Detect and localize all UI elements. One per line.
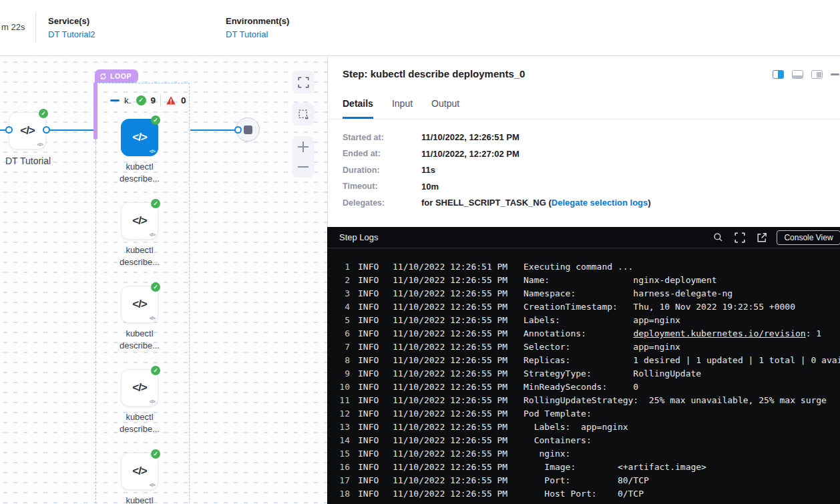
service-link[interactable]: DT Tutorial2: [48, 29, 95, 39]
step-node-kubectl-describe[interactable]: </></>✓: [121, 369, 158, 407]
detail-row-started-at: Started at: 11/10/2022, 12:26:51 PM: [343, 132, 651, 143]
collapse-icon[interactable]: [110, 99, 120, 101]
success-badge-icon: ✓: [151, 282, 160, 292]
log-level: INFO: [358, 501, 385, 504]
log-timestamp: 11/10/2022 12:26:55 PM: [393, 381, 510, 394]
log-line-number: 13: [333, 421, 350, 434]
log-message: Namespace: harness-delegate-ng: [523, 287, 732, 300]
log-line: 2INFO11/10/2022 12:26:55 PMName: nginx-d…: [333, 274, 840, 287]
detail-value: 11s: [421, 165, 435, 175]
panel-title: Step: kubectl describe deployments_0: [343, 68, 525, 79]
log-timestamp: 11/10/2022 12:26:55 PM: [393, 487, 510, 501]
tab-input[interactable]: Input: [392, 98, 413, 119]
log-line: 4INFO11/10/2022 12:26:55 PMCreationTimes…: [333, 300, 840, 314]
pipeline-canvas[interactable]: </> </> ✓ DT Tutorial LOOP k. ✓ 9 0 </><…: [0, 57, 327, 504]
log-line-number: 11: [333, 394, 350, 407]
success-badge-icon: ✓: [39, 109, 48, 118]
step-node-kubectl-describe[interactable]: </></>✓: [121, 202, 158, 240]
search-icon[interactable]: [713, 232, 723, 242]
log-level: INFO: [358, 407, 385, 421]
open-in-new-tab-icon[interactable]: [757, 232, 767, 243]
step-node-dt-tutorial[interactable]: </> </> ✓: [9, 112, 46, 150]
fullscreen-icon: [298, 77, 309, 88]
log-level: INFO: [358, 300, 385, 314]
step-logs-header: Step Logs Console View: [327, 227, 840, 248]
zoom-out-button[interactable]: [298, 162, 308, 172]
log-timestamp: 11/10/2022 12:26:55 PM: [393, 274, 510, 287]
log-level: INFO: [358, 434, 385, 447]
log-timestamp: 11/10/2022 12:26:55 PM: [393, 367, 510, 381]
log-message: Annotations: deployment.kubernetes.io/re…: [523, 327, 821, 340]
loop-badge-label: LOOP: [110, 72, 132, 80]
log-message: CreationTimestamp: Thu, 10 Nov 2022 19:2…: [523, 300, 795, 314]
log-message: Labels: app=nginx: [523, 314, 680, 327]
loop-group-header: k. ✓ 9 0: [110, 95, 186, 105]
panel-tabs: Details Input Output: [343, 98, 459, 119]
detail-label: Started at:: [343, 133, 421, 142]
delegate-selection-logs-link[interactable]: Delegate selection logs: [552, 198, 648, 208]
log-message: Port: 80/TCP: [523, 474, 649, 487]
detail-row-timeout: Timeout: 10m: [343, 182, 651, 192]
log-message: Containers:: [523, 434, 592, 447]
log-line-number: 8: [333, 354, 350, 367]
log-line: 9INFO11/10/2022 12:26:55 PMStrategyType:…: [333, 367, 840, 381]
step-node-kubectl-describe[interactable]: </></>✓: [121, 119, 158, 156]
log-line: 3INFO11/10/2022 12:26:55 PMNamespace: ha…: [333, 287, 840, 300]
log-message: nginx:: [523, 447, 570, 461]
log-level: INFO: [358, 394, 385, 407]
detail-row-ended-at: Ended at: 11/10/2022, 12:27:02 PM: [343, 149, 651, 160]
log-timestamp: 11/10/2022 12:26:55 PM: [393, 314, 510, 327]
log-message: RollingUpdateStrategy: 25% max unavailab…: [523, 394, 827, 407]
log-console[interactable]: 1INFO11/10/2022 12:26:51 PMExecuting com…: [327, 248, 840, 504]
layout-right-split-icon[interactable]: [773, 70, 784, 79]
step-logs-title: Step Logs: [339, 232, 713, 242]
code-mini-icon: </>: [149, 399, 155, 405]
execution-header: m 22s Service(s) DT Tutorial2 Environmen…: [0, 0, 840, 56]
log-line-number: 15: [333, 447, 350, 461]
log-message: Executing command ...: [523, 260, 633, 274]
log-message-text: : 1: [806, 328, 821, 338]
detail-row-delegates: Delegates: for SHELL_SCRIPT_TASK_NG (Del…: [343, 198, 651, 208]
step-node-kubectl-describe[interactable]: </></>✓: [121, 453, 158, 490]
tab-output[interactable]: Output: [431, 98, 459, 119]
details-list: Started at: 11/10/2022, 12:26:51 PM Ende…: [343, 132, 651, 208]
environment-block: Environment(s) DT Tutorial: [226, 16, 289, 39]
log-link[interactable]: deployment.kubernetes.io/revision: [633, 328, 805, 338]
log-message: Image: <+artifact.image>: [523, 461, 706, 474]
log-line-number: 16: [333, 461, 350, 474]
service-block: Service(s) DT Tutorial2: [48, 16, 95, 39]
log-timestamp: 11/10/2022 12:26:55 PM: [393, 421, 510, 434]
zoom-in-button[interactable]: [298, 142, 308, 152]
log-level: INFO: [358, 421, 385, 434]
code-mini-icon: </>: [149, 148, 155, 154]
log-line: 17INFO11/10/2022 12:26:55 PM Port: 80/TC…: [333, 474, 840, 487]
fullscreen-icon[interactable]: [734, 232, 745, 243]
success-count: 9: [151, 95, 156, 105]
step-node-kubectl-describe[interactable]: </></>✓: [121, 286, 158, 323]
log-line: 14INFO11/10/2022 12:26:55 PM Containers:: [333, 434, 840, 447]
layout-bottom-split-icon[interactable]: [792, 70, 803, 79]
detail-value: 10m: [421, 182, 439, 192]
log-line-number: 10: [333, 381, 350, 394]
layout-right-panel-icon[interactable]: [811, 70, 823, 79]
log-message: MinReadySeconds: 0: [523, 381, 638, 394]
minimize-icon[interactable]: [831, 73, 839, 75]
console-view-button[interactable]: Console View: [777, 230, 840, 245]
detail-label: Ended at:: [343, 149, 421, 158]
log-level: INFO: [358, 260, 385, 274]
log-line-number: 18: [333, 487, 350, 501]
loop-badge[interactable]: LOOP: [95, 69, 138, 83]
tab-details[interactable]: Details: [343, 98, 373, 119]
reset-selection-button[interactable]: [292, 103, 314, 125]
detail-value: 11/10/2022, 12:26:51 PM: [421, 132, 519, 142]
success-count-icon: ✓: [136, 95, 146, 105]
success-badge-icon: ✓: [151, 449, 160, 459]
code-mini-icon: </>: [37, 142, 43, 148]
log-timestamp: 11/10/2022 12:26:55 PM: [393, 407, 510, 421]
log-line-number: 7: [333, 340, 350, 354]
fit-view-button[interactable]: [292, 71, 314, 93]
environment-link[interactable]: DT Tutorial: [226, 29, 289, 39]
log-level: INFO: [358, 340, 385, 354]
log-timestamp: 11/10/2022 12:26:55 PM: [393, 394, 510, 407]
stop-icon: [244, 125, 252, 134]
